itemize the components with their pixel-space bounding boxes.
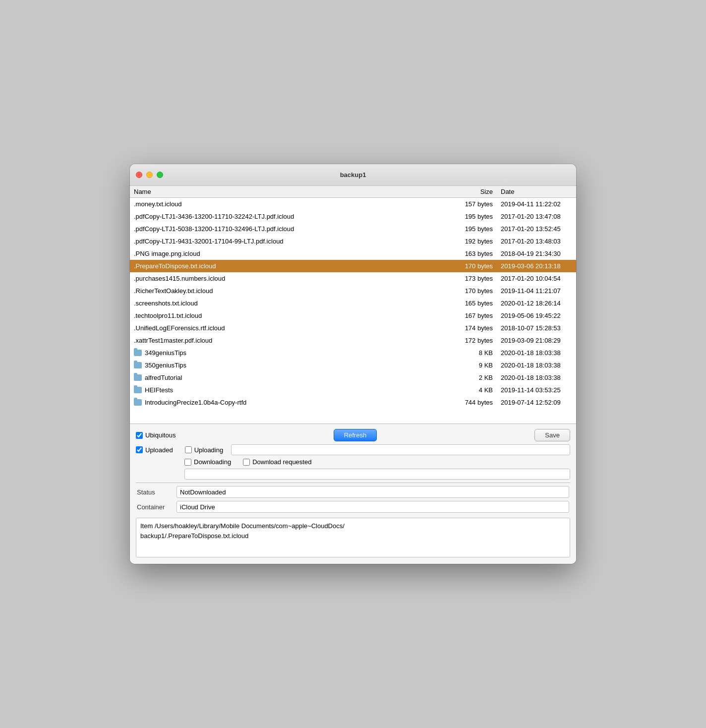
window-title: backup1 (340, 171, 366, 179)
file-name-text: .PNG image.png.icloud (134, 250, 200, 257)
file-date-cell: 2019-03-06 20:13:18 (497, 261, 576, 271)
download-requested-label: Download requested (252, 458, 311, 466)
table-row[interactable]: .RicherTextOakley.txt.icloud170 bytes201… (130, 285, 576, 297)
file-name-text: .pdfCopy-LTJ1-3436-13200-11710-32242-LTJ… (134, 213, 294, 220)
table-row[interactable]: .techtoolpro11.txt.icloud167 bytes2019-0… (130, 309, 576, 322)
upload-text-input[interactable] (231, 444, 570, 455)
status-label: Status (137, 488, 176, 496)
divider-1 (136, 483, 570, 483)
column-header-size: Size (447, 186, 497, 197)
downloading-checkbox-label[interactable]: Downloading (184, 458, 231, 466)
refresh-button[interactable]: Refresh (334, 429, 377, 441)
ubiquitous-label: Ubiquitous (145, 431, 176, 439)
close-button[interactable] (136, 172, 142, 178)
ubiquitous-checkbox-label[interactable]: Ubiquitous (136, 431, 176, 439)
file-date-cell: 2019-05-06 19:45:22 (497, 310, 576, 321)
file-size-cell: 174 bytes (447, 323, 497, 333)
file-date-cell: 2019-11-04 11:21:07 (497, 286, 576, 296)
uploaded-label: Uploaded (145, 446, 173, 454)
file-name-cell: .screenshots.txt.icloud (130, 298, 447, 308)
file-size-cell: 165 bytes (447, 298, 497, 308)
file-date-cell: 2018-10-07 15:28:53 (497, 323, 576, 333)
uploading-checkbox[interactable] (185, 446, 192, 453)
uploading-label: Uploading (194, 446, 224, 454)
table-row[interactable]: .PNG image.png.icloud163 bytes2018-04-19… (130, 247, 576, 260)
save-button[interactable]: Save (534, 429, 570, 441)
file-name-cell: .techtoolpro11.txt.icloud (130, 310, 447, 321)
item-path-textarea[interactable] (136, 518, 570, 557)
file-date-cell: 2017-01-20 13:47:08 (497, 211, 576, 222)
titlebar: backup1 (130, 164, 576, 186)
column-header-name: Name (130, 186, 447, 197)
file-date-cell: 2019-07-14 12:52:09 (497, 397, 576, 408)
file-date-cell: 2017-01-20 13:52:45 (497, 224, 576, 234)
file-name-text: .money.txt.icloud (134, 200, 182, 208)
table-row[interactable]: .pdfCopy-LTJ1-3436-13200-11710-32242-LTJ… (130, 210, 576, 223)
file-name-cell: .pdfCopy-LTJ1-5038-13200-11710-32496-LTJ… (130, 224, 447, 234)
file-list-container[interactable]: Name Size Date .money.txt.icloud157 byte… (130, 186, 576, 424)
uploaded-checkbox[interactable] (136, 446, 143, 453)
file-name-cell: .pdfCopy-LTJ1-9431-32001-17104-99-LTJ.pd… (130, 236, 447, 246)
file-name-text: .RicherTextOakley.txt.icloud (134, 287, 213, 295)
maximize-button[interactable] (157, 172, 163, 178)
folder-icon (134, 399, 142, 406)
file-name-text: .screenshots.txt.icloud (134, 300, 198, 307)
download-requested-checkbox-label[interactable]: Download requested (243, 458, 311, 466)
container-value: iCloud Drive (176, 501, 569, 513)
file-name-text: .pdfCopy-LTJ1-9431-32001-17104-99-LTJ.pd… (134, 238, 284, 245)
file-name-cell: .RicherTextOakley.txt.icloud (130, 286, 447, 296)
file-name-text: .PrepareToDispose.txt.icloud (134, 262, 216, 270)
file-name-text: .xattrTest1master.pdf.icloud (134, 337, 212, 344)
controls-row-3: Downloading Download requested (136, 458, 570, 466)
minimize-button[interactable] (146, 172, 153, 178)
file-list-header: Name Size Date (130, 186, 576, 198)
downloading-checkbox[interactable] (184, 459, 191, 466)
controls-row-1: Ubiquitous Refresh Save (136, 429, 570, 441)
table-row[interactable]: 350geniusTips9 KB2020-01-18 18:03:38 (130, 359, 576, 371)
file-date-cell: 2018-04-19 21:34:30 (497, 248, 576, 259)
table-row[interactable]: .UnifiedLogEForensics.rtf.icloud174 byte… (130, 322, 576, 334)
file-name-cell: IntroducingPrecize1.0b4a-Copy-rtfd (130, 397, 447, 408)
file-size-cell: 173 bytes (447, 273, 497, 284)
table-row[interactable]: .screenshots.txt.icloud165 bytes2020-01-… (130, 297, 576, 309)
file-size-cell: 195 bytes (447, 224, 497, 234)
file-size-cell: 2 KB (447, 372, 497, 383)
table-row[interactable]: .money.txt.icloud157 bytes2019-04-11 11:… (130, 198, 576, 210)
file-date-cell: 2020-01-18 18:03:38 (497, 360, 576, 370)
file-size-cell: 744 bytes (447, 397, 497, 408)
container-label: Container (137, 503, 176, 511)
file-date-cell: 2020-01-18 18:03:38 (497, 372, 576, 383)
file-name-text: .techtoolpro11.txt.icloud (134, 312, 202, 319)
file-name-cell: 349geniusTips (130, 348, 447, 358)
file-date-cell: 2019-03-09 21:08:29 (497, 335, 576, 346)
table-row[interactable]: .xattrTest1master.pdf.icloud172 bytes201… (130, 334, 576, 347)
table-row[interactable]: HEIFtests4 KB2019-11-14 03:53:25 (130, 384, 576, 396)
file-date-cell: 2017-01-20 10:04:54 (497, 273, 576, 284)
file-size-cell: 167 bytes (447, 310, 497, 321)
file-name-cell: .pdfCopy-LTJ1-3436-13200-11710-32242-LTJ… (130, 211, 447, 222)
file-name-cell: .money.txt.icloud (130, 199, 447, 209)
column-header-date: Date (497, 186, 576, 197)
table-row[interactable]: 349geniusTips8 KB2020-01-18 18:03:38 (130, 347, 576, 359)
download-text-input[interactable] (184, 469, 570, 480)
table-row[interactable]: .pdfCopy-LTJ1-5038-13200-11710-32496-LTJ… (130, 223, 576, 235)
file-date-cell: 2019-04-11 11:22:02 (497, 199, 576, 209)
status-row: Status NotDownloaded (136, 486, 570, 498)
table-row[interactable]: .purchases1415.numbers.icloud173 bytes20… (130, 272, 576, 285)
file-date-cell: 2019-11-14 03:53:25 (497, 385, 576, 395)
folder-icon (134, 387, 142, 393)
file-name-cell: .PrepareToDispose.txt.icloud (130, 261, 447, 271)
uploading-checkbox-label[interactable]: Uploading (185, 446, 224, 454)
file-size-cell: 8 KB (447, 348, 497, 358)
table-row[interactable]: .pdfCopy-LTJ1-9431-32001-17104-99-LTJ.pd… (130, 235, 576, 247)
file-size-cell: 195 bytes (447, 211, 497, 222)
file-name-text: .pdfCopy-LTJ1-5038-13200-11710-32496-LTJ… (134, 225, 294, 233)
uploaded-checkbox-label[interactable]: Uploaded (136, 446, 173, 454)
table-row[interactable]: alfredTutorial2 KB2020-01-18 18:03:38 (130, 371, 576, 384)
download-requested-checkbox[interactable] (243, 459, 250, 466)
file-size-cell: 172 bytes (447, 335, 497, 346)
table-row[interactable]: .PrepareToDispose.txt.icloud170 bytes201… (130, 260, 576, 272)
table-row[interactable]: IntroducingPrecize1.0b4a-Copy-rtfd744 by… (130, 396, 576, 409)
ubiquitous-checkbox[interactable] (136, 432, 143, 439)
file-size-cell: 9 KB (447, 360, 497, 370)
